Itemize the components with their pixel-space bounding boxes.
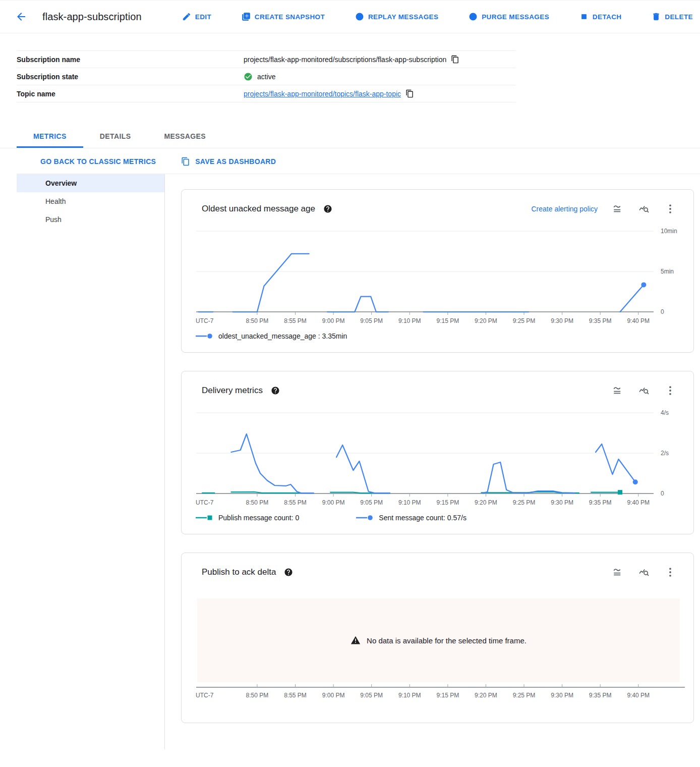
svg-text:9:25 PM: 9:25 PM [513,317,536,324]
chart-plot[interactable]: No data is available for the selected ti… [182,580,693,723]
check-circle-icon [244,72,253,81]
copy-icon[interactable] [451,55,459,64]
help-icon[interactable] [323,204,332,213]
help-icon[interactable] [271,386,280,395]
square-icon [579,12,589,21]
no-data-text: No data is available for the selected ti… [367,636,527,645]
svg-text:8:55 PM: 8:55 PM [284,317,307,324]
svg-text:9:05 PM: 9:05 PM [360,499,383,506]
info-row-subscription-state: Subscription state active [17,68,516,85]
view-in-metrics-explorer-icon[interactable] [638,203,650,215]
svg-text:9:00 PM: 9:00 PM [322,499,345,506]
svg-text:0: 0 [661,308,664,315]
save-as-dashboard-label: SAVE AS DASHBOARD [195,157,276,166]
chart-title: Delivery metrics [202,386,263,396]
metrics-cards-area: Oldest unacked message age Create alerti… [164,174,700,749]
chart-legend: Publish message count: 0Sent message cou… [182,512,693,534]
purge-messages-label: PURGE MESSAGES [482,13,549,21]
save-dashboard-icon [181,157,190,166]
svg-text:9:00 PM: 9:00 PM [322,317,345,324]
topic-link[interactable]: projects/flask-app-monitored/topics/flas… [244,90,401,98]
detach-button[interactable]: DETACH [579,12,622,21]
metrics-toolbar: GO BACK TO CLASSIC METRICS SAVE AS DASHB… [0,148,700,174]
chart-title: Publish to ack delta [202,567,276,577]
add-snapshot-icon [242,12,251,21]
card-controls: Create alerting policy [531,203,676,215]
copy-icon[interactable] [405,89,414,98]
go-back-classic-metrics-label: GO BACK TO CLASSIC METRICS [40,157,156,166]
no-data-message: No data is available for the selected ti… [197,598,680,682]
svg-text:9:40 PM: 9:40 PM [627,692,650,699]
metric-card: Delivery metrics 4/s2/s08:50 PM8:55 PM9:… [181,371,694,534]
sidenav-item-health[interactable]: Health [17,192,164,210]
create-snapshot-label: CREATE SNAPSHOT [255,13,325,21]
save-as-dashboard-button[interactable]: SAVE AS DASHBOARD [181,157,276,166]
create-alerting-policy-link[interactable]: Create alerting policy [531,205,598,213]
header-actions: EDIT CREATE SNAPSHOT REPLAY MESSAGES PUR… [182,12,693,21]
topbar: flask-app-subscription EDIT CREATE SNAPS… [0,1,700,33]
view-in-metrics-explorer-icon[interactable] [638,385,650,397]
create-snapshot-button[interactable]: CREATE SNAPSHOT [242,12,325,21]
tab-bar: METRICS DETAILS MESSAGES [0,125,700,148]
subscription-name-value: projects/flask-app-monitored/subscriptio… [244,56,446,64]
svg-text:UTC-7: UTC-7 [196,692,214,699]
svg-text:9:30 PM: 9:30 PM [551,692,573,699]
info-row-topic-name: Topic name projects/flask-app-monitored/… [17,85,516,102]
svg-text:9:25 PM: 9:25 PM [513,499,536,506]
edit-label: EDIT [195,13,211,21]
svg-text:9:20 PM: 9:20 PM [475,692,497,699]
legend-label: Publish message count: 0 [218,514,299,522]
back-arrow-icon[interactable] [15,11,29,23]
svg-text:4/s: 4/s [661,409,669,416]
more-options-icon[interactable] [664,385,676,397]
svg-text:9:30 PM: 9:30 PM [551,317,573,324]
metrics-sidenav: Overview Health Push [17,174,164,749]
go-back-classic-metrics-button[interactable]: GO BACK TO CLASSIC METRICS [40,157,156,166]
tab-details[interactable]: DETAILS [83,125,148,148]
delete-button[interactable]: DELETE [652,12,693,21]
more-options-icon[interactable] [664,203,676,215]
legend-toggle-icon[interactable] [612,566,624,578]
chart-plot[interactable]: 10min5min08:50 PM8:55 PM9:00 PM9:05 PM9:… [182,217,693,330]
purge-messages-button[interactable]: PURGE MESSAGES [469,12,549,21]
svg-text:8:50 PM: 8:50 PM [246,692,269,699]
svg-text:9:40 PM: 9:40 PM [627,499,650,506]
warning-icon [351,635,361,645]
pencil-icon [182,12,191,21]
metric-card-header: Oldest unacked message age Create alerti… [182,190,693,217]
card-controls [612,385,676,397]
legend-item-sent_message_count: Sent message count: 0.57/s [356,514,466,522]
sidenav-item-push[interactable]: Push [17,210,164,229]
legend-label: Sent message count: 0.57/s [379,514,466,522]
svg-text:UTC-7: UTC-7 [196,317,214,324]
sidenav-item-overview[interactable]: Overview [17,174,164,192]
tab-metrics[interactable]: METRICS [17,125,83,148]
svg-text:9:35 PM: 9:35 PM [589,499,612,506]
metrics-body: Overview Health Push Oldest unacked mess… [17,174,700,749]
help-icon[interactable] [284,568,293,577]
chart-legend: oldest_unacked_message_age : 3.35min [182,330,693,352]
svg-text:0: 0 [661,490,664,497]
svg-text:9:10 PM: 9:10 PM [398,692,421,699]
view-in-metrics-explorer-icon[interactable] [638,566,650,578]
tab-messages[interactable]: MESSAGES [147,125,222,148]
subscription-state-label: Subscription state [17,73,244,81]
subscription-detail-page: flask-app-subscription EDIT CREATE SNAPS… [0,0,700,767]
metric-card-header: Delivery metrics [182,371,693,399]
svg-text:8:50 PM: 8:50 PM [246,499,269,506]
detach-label: DETACH [593,13,622,21]
replay-messages-button[interactable]: REPLAY MESSAGES [355,12,439,21]
legend-toggle-icon[interactable] [612,385,624,397]
card-controls [612,566,676,578]
metric-card: Oldest unacked message age Create alerti… [181,189,694,353]
metric-card-header: Publish to ack delta [182,553,693,580]
edit-button[interactable]: EDIT [182,12,211,21]
svg-text:9:00 PM: 9:00 PM [322,692,345,699]
svg-text:9:20 PM: 9:20 PM [475,317,497,324]
more-options-icon[interactable] [664,566,676,578]
chart-plot[interactable]: 4/s2/s08:50 PM8:55 PM9:00 PM9:05 PM9:10 … [182,399,693,512]
svg-text:9:35 PM: 9:35 PM [589,317,612,324]
legend-toggle-icon[interactable] [612,203,624,215]
clock-icon [355,12,364,21]
svg-text:10min: 10min [661,228,677,235]
